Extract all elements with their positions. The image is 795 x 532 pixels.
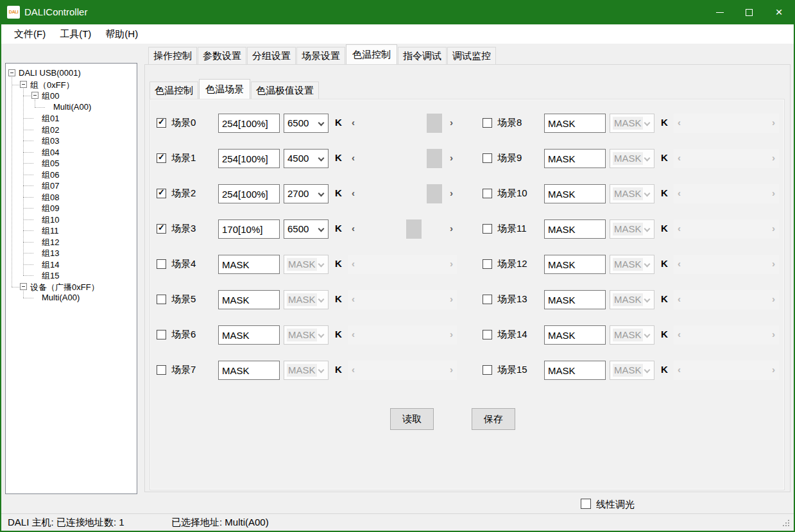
tab-color-temp-control[interactable]: 色温控制 [346,44,397,64]
scene-checkbox[interactable]: ✓ [157,153,166,163]
kelvin-unit-label: K [335,152,342,163]
scene-cct-select[interactable]: 6500 [284,219,329,239]
scroll-left-icon: ‹ [674,290,685,309]
scene-checkbox[interactable] [483,118,492,128]
scene-checkbox[interactable] [483,153,492,163]
cct-scrollbar[interactable]: ‹› [348,114,457,133]
cct-scrollbar: ‹› [674,149,779,168]
minimize-button[interactable] [705,0,735,24]
scene-checkbox[interactable] [483,295,492,304]
tree-connector [23,242,33,243]
cct-scrollbar[interactable]: ‹› [348,219,457,239]
maximize-button[interactable] [735,0,764,24]
tree-item-label: 组07 [42,180,59,192]
scene-label: 场景15 [497,364,527,376]
scroll-right-icon[interactable]: › [446,219,457,239]
menu-item-tools[interactable]: 工具(T) [53,24,98,44]
scene-level-input[interactable] [218,114,280,133]
scene-column-left: ✓场景06500K‹›✓场景14500K‹›✓场景22700K‹›✓场景3650… [157,114,458,396]
scroll-left-icon[interactable]: ‹ [348,114,359,133]
chevron-down-icon [318,261,325,268]
menu-item-help[interactable]: 帮助(H) [98,24,145,44]
scroll-left-icon[interactable]: ‹ [348,149,359,168]
linear-dimming-checkbox[interactable] [581,499,591,509]
scroll-left-icon[interactable]: ‹ [348,184,359,203]
scene-checkbox[interactable] [157,295,166,304]
tab-command-debug[interactable]: 指令调试 [398,47,447,64]
scrollbar-thumb[interactable] [427,149,442,168]
scene-checkbox[interactable] [157,330,166,339]
device-tree[interactable]: DALI USB(0001)组（0xFF）组00Multi(A00)组01组02… [5,63,137,494]
scene-checkbox[interactable] [483,189,492,198]
scrollbar-thumb[interactable] [406,219,422,239]
cct-scrollbar[interactable]: ‹› [348,184,457,203]
subtab-cct-limit-settings[interactable]: 色温极值设置 [251,82,319,99]
tree-connector [23,264,33,265]
tree-item-label: 组13 [42,248,59,259]
check-icon: ✓ [158,152,165,162]
scrollbar-thumb[interactable] [427,184,442,203]
tab-parameter-settings[interactable]: 参数设置 [198,47,246,64]
tree-expander-icon[interactable] [20,81,27,88]
cct-scrollbar: ‹› [674,290,779,309]
scene-checkbox[interactable] [483,259,492,269]
tab-debug-monitor[interactable]: 调试监控 [447,47,496,64]
scroll-right-icon[interactable]: › [446,149,457,168]
tree-item-label: 组09 [42,203,59,214]
scene-level-input[interactable] [218,325,280,345]
chevron-down-icon [318,332,325,338]
scene-checkbox[interactable] [157,259,166,269]
subtab-cct-scene[interactable]: 色温场景 [199,79,250,99]
close-icon: × [764,0,794,24]
scene-level-input[interactable] [544,255,606,274]
scene-level-input[interactable] [218,290,280,309]
scene-level-input[interactable] [544,184,606,203]
cct-scrollbar[interactable]: ‹› [348,149,457,168]
scene-checkbox[interactable] [483,365,492,375]
scrollbar-thumb[interactable] [427,114,442,133]
scene-level-input[interactable] [218,149,280,168]
scene-checkbox[interactable] [483,330,492,339]
status-bar: DALI 主机: 已连接 地址数: 1 已选择地址: Multi(A00) [1,513,794,531]
scroll-left-icon[interactable]: ‹ [348,219,359,239]
tab-scene-settings[interactable]: 场景设置 [296,47,345,64]
scene-level-input[interactable] [218,255,280,274]
scene-cct-select[interactable]: 6500 [284,114,329,133]
subtab-cct-control[interactable]: 色温控制 [150,82,198,99]
scene-level-input[interactable] [544,114,606,133]
scene-level-input[interactable] [218,184,280,203]
scroll-right-icon[interactable]: › [446,114,457,133]
save-button[interactable]: 保存 [472,408,515,430]
tree-connector [23,185,33,186]
scene-checkbox[interactable]: ✓ [157,224,166,234]
scene-checkbox[interactable]: ✓ [157,189,166,198]
scene-level-input[interactable] [544,325,606,345]
scene-level-input[interactable] [544,219,606,239]
scene-checkbox[interactable] [157,365,166,375]
tree-expander-icon[interactable] [8,69,15,76]
linear-dimming-label: 线性调光 [596,499,635,511]
resize-grip-icon[interactable] [782,520,790,528]
scene-level-input[interactable] [544,361,606,380]
scroll-left-icon: ‹ [348,325,359,345]
scene-level-input[interactable] [544,290,606,309]
scroll-left-icon: ‹ [674,184,685,203]
scene-checkbox[interactable]: ✓ [157,118,166,128]
tree-item-label: 组03 [42,135,59,147]
scroll-right-icon[interactable]: › [446,184,457,203]
menu-item-file[interactable]: 文件(F) [7,24,53,44]
scene-level-input[interactable] [544,149,606,168]
scene-level-input[interactable] [218,361,280,380]
chevron-down-icon [644,120,651,126]
tree-expander-icon[interactable] [20,283,27,290]
tab-grouping-settings[interactable]: 分组设置 [247,47,296,64]
scene-cct-select[interactable]: 2700 [284,184,329,203]
read-button[interactable]: 读取 [390,408,434,430]
scene-checkbox[interactable] [483,224,492,234]
tab-operation-control[interactable]: 操作控制 [148,47,197,64]
scene-cct-select[interactable]: 4500 [284,149,329,168]
scene-level-input[interactable] [218,219,280,239]
scroll-left-icon: ‹ [674,325,685,345]
tree-expander-icon[interactable] [31,92,38,99]
close-button[interactable]: × [764,0,794,24]
